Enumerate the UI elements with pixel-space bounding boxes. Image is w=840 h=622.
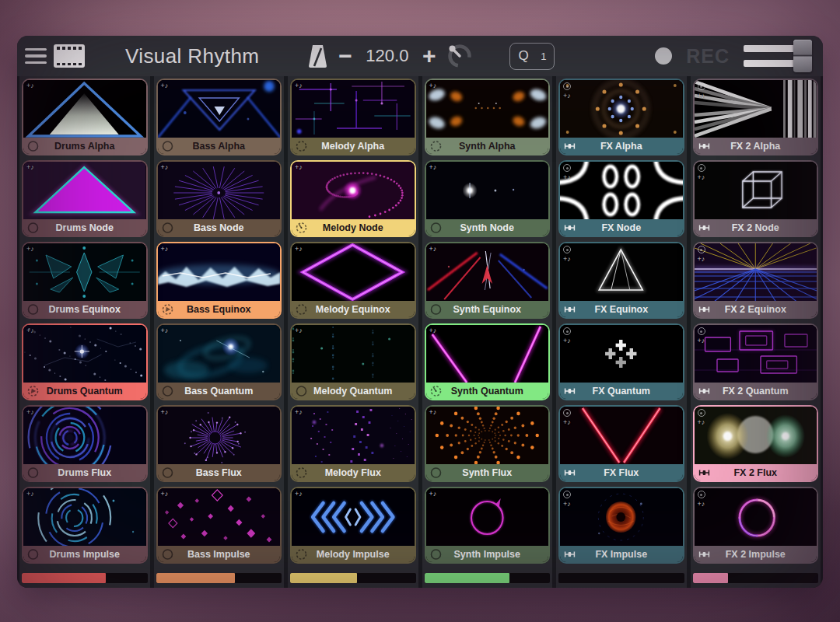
clip-thumbnail: +♪ (695, 325, 817, 383)
clip-fx-flux[interactable]: +♪FX Flux (558, 405, 684, 482)
clip-label-bar: Melody Flux (292, 464, 415, 480)
clip-label-bar: Bass Node (158, 219, 281, 236)
clip-label: Bass Flux (196, 467, 242, 478)
clip-melody-alpha[interactable]: +♪Melody Alpha (290, 79, 416, 156)
tempo-increase-button[interactable]: + (422, 44, 436, 68)
clip-fx-2-alpha[interactable]: +♪FX 2 Alpha (693, 79, 819, 156)
clip-corner-icons: +♪ (429, 491, 437, 498)
clip-synth-quantum[interactable]: +♪Synth Quantum (425, 323, 551, 400)
clip-fx-impulse[interactable]: +♪FX Impulse (558, 487, 684, 564)
clip-label-bar: FX Impulse (560, 546, 683, 562)
clip-label-bar: FX 2 Node (695, 219, 817, 236)
clip-corner-icons: +♪ (429, 82, 437, 89)
clip-status-icon (27, 303, 39, 315)
clip-status-icon (296, 466, 307, 478)
tempo-decrease-button[interactable]: − (338, 44, 352, 68)
clip-bass-alpha[interactable]: +♪Bass Alpha (156, 79, 282, 156)
clip-label: Melody Alpha (321, 141, 384, 152)
clip-label-bar: FX Equinox (560, 301, 683, 317)
clip-fx-2-flux[interactable]: +♪FX 2 Flux (693, 405, 819, 482)
clip-fx-2-node[interactable]: +♪FX 2 Node (693, 160, 819, 237)
clip-drums-alpha[interactable]: +♪Drums Alpha (22, 79, 148, 156)
clip-drums-node[interactable]: +♪Drums Node (22, 160, 148, 237)
track-column-fx-2: +♪FX 2 Alpha+♪FX 2 Node+♪FX 2 Equinox+♪F… (691, 76, 821, 588)
app-window: Visual Rhythm − 120.0 + Q 1 (17, 36, 823, 588)
add-note-icon: +♪ (429, 82, 437, 89)
clip-fx-quantum[interactable]: +♪FX Quantum (558, 323, 684, 400)
clip-corner-icons: +♪ (295, 491, 303, 498)
clip-corner-icons: +♪ (563, 82, 571, 100)
clip-label-bar: FX 2 Alpha (695, 138, 817, 154)
clip-label-bar: Drums Equinox (23, 301, 146, 317)
quantize-box[interactable]: Q 1 (509, 43, 555, 70)
film-strip-icon[interactable] (54, 44, 85, 68)
clip-fx-2-quantum[interactable]: +♪FX 2 Quantum (693, 323, 819, 400)
clip-label-bar: FX Node (560, 219, 683, 236)
clip-bass-impulse[interactable]: +♪Bass Impulse (156, 487, 282, 564)
clip-corner-icons: +♪ (563, 164, 571, 181)
clip-status-icon (162, 548, 173, 560)
clip-bass-quantum[interactable]: +♪Bass Quantum (156, 323, 282, 400)
clip-bass-equinox[interactable]: +♪Bass Equinox (156, 242, 282, 319)
clip-bass-flux[interactable]: +♪Bass Flux (156, 405, 282, 482)
master-fader[interactable] (744, 40, 812, 72)
clip-corner-icons: +♪ (161, 327, 169, 334)
fader-knob[interactable] (793, 40, 812, 72)
clip-thumbnail: +♪ (158, 162, 281, 219)
add-note-icon: +♪ (161, 164, 169, 171)
clip-thumbnail: +♪ (23, 325, 146, 383)
clip-fx-2-impulse[interactable]: +♪FX 2 Impulse (693, 487, 819, 564)
clip-synth-alpha[interactable]: +♪Synth Alpha (425, 79, 551, 156)
clip-synth-impulse[interactable]: +♪Synth Impulse (425, 487, 551, 564)
add-note-icon: +♪ (698, 337, 705, 344)
record-indicator[interactable] (655, 47, 672, 65)
track-progress-fill (290, 573, 357, 583)
add-note-icon: +♪ (295, 164, 303, 171)
clip-label: FX 2 Equinox (725, 304, 786, 315)
fx-badge-icon (698, 246, 705, 253)
clip-drums-quantum[interactable]: +♪Drums Quantum (22, 323, 148, 400)
clip-label: Melody Equinox (316, 304, 390, 315)
clip-fx-alpha[interactable]: +♪FX Alpha (558, 79, 684, 156)
clip-melody-equinox[interactable]: +♪Melody Equinox (290, 242, 416, 319)
add-note-icon: +♪ (295, 491, 303, 498)
track-progress-fill (22, 573, 106, 583)
clip-melody-node[interactable]: +♪Melody Node (290, 160, 416, 237)
clip-label-bar: Melody Quantum (292, 383, 415, 399)
clip-status-icon (564, 466, 576, 478)
clip-label-bar: Bass Alpha (158, 138, 281, 154)
tempo-value[interactable]: 120.0 (362, 46, 412, 66)
clip-status-icon (698, 466, 710, 478)
tap-tempo-dial-icon[interactable] (446, 42, 474, 70)
clip-synth-node[interactable]: +♪Synth Node (425, 160, 551, 237)
clip-fx-equinox[interactable]: +♪FX Equinox (558, 242, 684, 319)
menu-icon[interactable] (25, 48, 47, 65)
clip-corner-icons: +♪ (161, 409, 169, 416)
add-note-icon: +♪ (698, 174, 705, 181)
clip-fx-2-equinox[interactable]: +♪FX 2 Equinox (693, 242, 819, 319)
clip-label-bar: Synth Alpha (426, 138, 549, 154)
clip-label-bar: Melody Node (292, 219, 415, 236)
clip-thumbnail: +♪ (158, 325, 281, 383)
clip-corner-icons: +♪ (295, 409, 303, 416)
metronome-icon[interactable] (307, 44, 328, 69)
clip-synth-equinox[interactable]: +♪Synth Equinox (425, 242, 551, 319)
clip-thumbnail: +♪ (426, 325, 549, 383)
add-note-icon: +♪ (26, 491, 34, 498)
add-note-icon: +♪ (698, 501, 705, 508)
clip-melody-impulse[interactable]: +♪Melody Impulse (290, 487, 416, 564)
clip-thumbnail: +♪ (292, 407, 415, 464)
clip-synth-flux[interactable]: +♪Synth Flux (425, 405, 551, 482)
clip-drums-flux[interactable]: +♪Drums Flux (22, 405, 148, 482)
clip-thumbnail: +♪ (426, 243, 549, 301)
clip-bass-node[interactable]: +♪Bass Node (156, 160, 282, 237)
clip-melody-quantum[interactable]: +♪Melody Quantum (290, 323, 416, 400)
track-progress-bar (425, 573, 551, 583)
clip-drums-impulse[interactable]: +♪Drums Impulse (22, 487, 148, 564)
clip-drums-equinox[interactable]: +♪Drums Equinox (22, 242, 148, 319)
clip-label: Drums Quantum (47, 386, 123, 397)
clip-fx-node[interactable]: +♪FX Node (558, 160, 684, 237)
clip-melody-flux[interactable]: +♪Melody Flux (290, 405, 416, 482)
track-progress-bar (290, 573, 416, 583)
add-note-icon: +♪ (26, 82, 34, 89)
